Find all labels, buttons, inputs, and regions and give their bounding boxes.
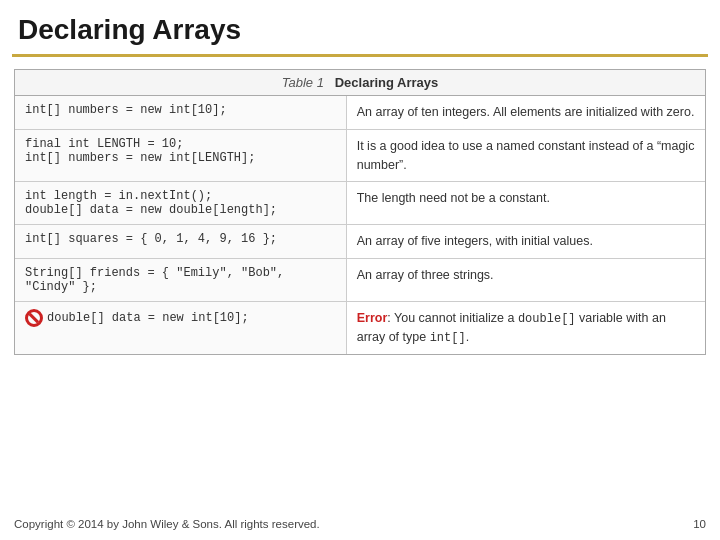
code-cell-0: int[] numbers = new int[10]; bbox=[15, 96, 346, 130]
code-line: int[] numbers = new int[10]; bbox=[25, 103, 227, 117]
table-caption-title: Declaring Arrays bbox=[335, 75, 439, 90]
table-caption-row: Table 1 Declaring Arrays bbox=[15, 70, 705, 96]
desc-cell-1: It is a good idea to use a named constan… bbox=[346, 129, 705, 182]
error-desc-text: : You cannot initialize a double[] varia… bbox=[357, 311, 666, 344]
code-cell-2: int length = in.nextInt();double[] data … bbox=[15, 182, 346, 225]
table-row: int[] numbers = new int[10];An array of … bbox=[15, 96, 705, 130]
desc-cell-4: An array of three strings. bbox=[346, 259, 705, 302]
code-cell-1: final int LENGTH = 10;int[] numbers = ne… bbox=[15, 129, 346, 182]
code-cell-5: double[] data = new int[10]; bbox=[15, 302, 346, 355]
desc-cell-3: An array of five integers, with initial … bbox=[346, 225, 705, 259]
copyright-text: Copyright © 2014 by John Wiley & Sons. A… bbox=[14, 518, 320, 530]
table-row: double[] data = new int[10];Error: You c… bbox=[15, 302, 705, 355]
footer: Copyright © 2014 by John Wiley & Sons. A… bbox=[14, 518, 706, 530]
inline-code: int[] bbox=[430, 331, 466, 345]
error-code-text: double[] data = new int[10]; bbox=[47, 311, 249, 325]
code-line: int[] squares = { 0, 1, 4, 9, 16 }; bbox=[25, 232, 277, 246]
code-cell-3: int[] squares = { 0, 1, 4, 9, 16 }; bbox=[15, 225, 346, 259]
desc-cell-5: Error: You cannot initialize a double[] … bbox=[346, 302, 705, 355]
declaring-arrays-table: Table 1 Declaring Arrays int[] numbers =… bbox=[14, 69, 706, 355]
code-line: int[] numbers = new int[LENGTH]; bbox=[25, 151, 255, 165]
table-body: int[] numbers = new int[10];An array of … bbox=[15, 96, 705, 355]
table-caption-num: Table 1 bbox=[282, 75, 324, 90]
table-row: int[] squares = { 0, 1, 4, 9, 16 };An ar… bbox=[15, 225, 705, 259]
page-title: Declaring Arrays bbox=[0, 0, 720, 54]
code-line: String[] friends = { "Emily", "Bob", "Ci… bbox=[25, 266, 284, 294]
page-number: 10 bbox=[693, 518, 706, 530]
inline-code: double[] bbox=[518, 312, 576, 326]
table-row: String[] friends = { "Emily", "Bob", "Ci… bbox=[15, 259, 705, 302]
no-symbol-icon bbox=[25, 309, 43, 327]
gold-divider bbox=[12, 54, 708, 57]
table-row: int length = in.nextInt();double[] data … bbox=[15, 182, 705, 225]
desc-cell-2: The length need not be a constant. bbox=[346, 182, 705, 225]
code-line: double[] data = new double[length]; bbox=[25, 203, 277, 217]
error-label: Error bbox=[357, 311, 388, 325]
code-line: final int LENGTH = 10; bbox=[25, 137, 183, 151]
code-cell-4: String[] friends = { "Emily", "Bob", "Ci… bbox=[15, 259, 346, 302]
table-row: final int LENGTH = 10;int[] numbers = ne… bbox=[15, 129, 705, 182]
code-line: int length = in.nextInt(); bbox=[25, 189, 212, 203]
desc-cell-0: An array of ten integers. All elements a… bbox=[346, 96, 705, 130]
